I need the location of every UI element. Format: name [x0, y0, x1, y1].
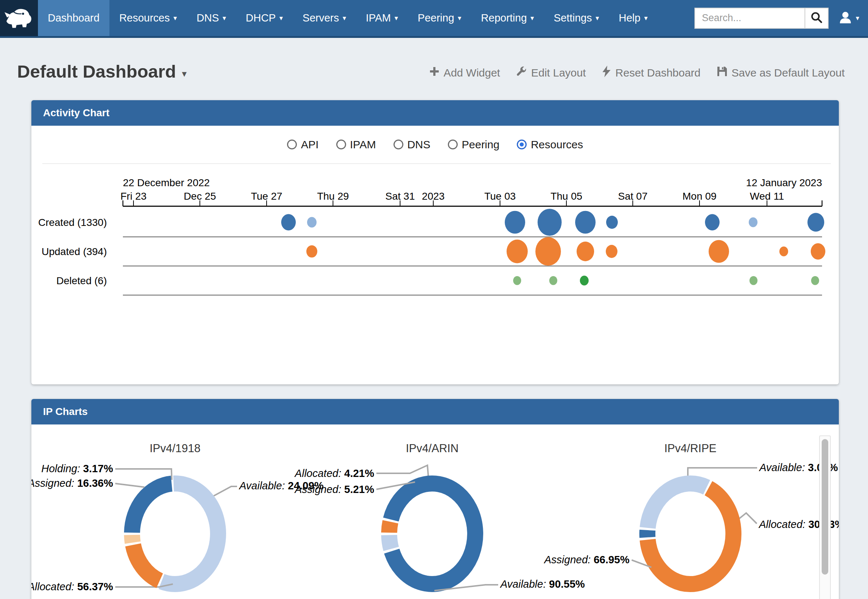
axis-tick-label: Wed 11: [750, 191, 784, 202]
page-title: Default Dashboard: [17, 61, 176, 81]
radio-circle-icon: [287, 140, 297, 149]
dashboard-toolbar: Add Widget Edit Layout Reset Dashboard S…: [429, 66, 845, 80]
save-default-layout-button[interactable]: Save as Default Layout: [717, 66, 845, 80]
donut-segment-allocated[interactable]: [162, 483, 218, 584]
search-button[interactable]: [805, 8, 828, 28]
activity-bubble[interactable]: [811, 276, 819, 285]
activity-bubble[interactable]: [535, 237, 561, 266]
axis-tick-label: Sat 07: [618, 191, 648, 202]
plus-icon: [429, 66, 439, 79]
dashboard-select-caret-icon[interactable]: ▾: [182, 64, 187, 80]
save-icon: [717, 66, 728, 80]
axis-tick-label: Dec 25: [184, 191, 216, 202]
activity-bubble[interactable]: [705, 214, 720, 231]
axis-tick-label: 2023: [422, 191, 445, 202]
nav-item-label: DNS: [196, 12, 219, 24]
activity-bubble[interactable]: [549, 276, 557, 285]
user-menu[interactable]: ▾: [838, 10, 859, 26]
nav-item-ipam[interactable]: IPAM ▾: [356, 0, 408, 36]
radio-api[interactable]: API: [287, 138, 319, 151]
reset-dashboard-button[interactable]: Reset Dashboard: [602, 66, 700, 80]
chevron-down-icon: ▾: [644, 14, 648, 22]
radio-circle-icon: [394, 140, 403, 149]
search-icon: [811, 11, 823, 25]
widget-scrollbar[interactable]: [819, 435, 831, 599]
donut-segment-available[interactable]: [132, 483, 172, 533]
toolbar-label: Save as Default Layout: [732, 67, 845, 79]
nav-item-label: Help: [619, 12, 640, 24]
activity-chart-header[interactable]: Activity Chart: [32, 100, 839, 126]
nav-item-dns[interactable]: DNS ▾: [187, 0, 236, 36]
nav-item-resources[interactable]: Resources ▾: [109, 0, 187, 36]
donut-segment-allocated[interactable]: [389, 522, 390, 533]
chevron-down-icon: ▾: [343, 14, 346, 22]
activity-bubble[interactable]: [779, 247, 788, 256]
activity-chart-body: API IPAM DNS Peering Resources 22 Decemb…: [32, 126, 839, 384]
activity-bubble[interactable]: [709, 240, 729, 263]
radio-ipam[interactable]: IPAM: [336, 138, 376, 151]
activity-bubble[interactable]: [580, 276, 589, 286]
chevron-down-icon: ▾: [222, 14, 226, 22]
nav-item-help[interactable]: Help ▾: [609, 0, 657, 36]
chevron-down-icon: ▾: [856, 14, 859, 22]
activity-filter-row: API IPAM DNS Peering Resources: [32, 126, 839, 163]
nav-item-peering[interactable]: Peering ▾: [408, 0, 471, 36]
donut-segment-holding[interactable]: [132, 535, 133, 543]
nav-item-dashboard[interactable]: Dashboard: [38, 0, 109, 36]
edit-layout-button[interactable]: Edit Layout: [516, 66, 586, 80]
activity-bubble[interactable]: [811, 243, 825, 260]
activity-bubble[interactable]: [749, 276, 758, 285]
activity-bubble[interactable]: [307, 217, 317, 227]
activity-bubble[interactable]: [606, 245, 617, 258]
radio-resources[interactable]: Resources: [517, 138, 583, 151]
donut-segment-assigned[interactable]: [133, 545, 160, 581]
search-input[interactable]: [695, 8, 805, 28]
app-logo[interactable]: [0, 0, 38, 36]
nav-item-settings[interactable]: Settings ▾: [544, 0, 609, 36]
top-nav: Dashboard Resources ▾ DNS ▾ DHCP ▾ Serve…: [0, 0, 868, 38]
donut-label-assigned: Assigned: 5.21%: [294, 483, 374, 495]
activity-bubble[interactable]: [575, 211, 596, 234]
activity-bubble[interactable]: [808, 213, 824, 232]
donut-label-assigned: Assigned: 66.95%: [543, 554, 629, 566]
axis-tick-label: Fri 23: [120, 191, 146, 202]
ip-charts-header[interactable]: IP Charts: [32, 399, 839, 424]
activity-bubble[interactable]: [281, 214, 296, 231]
chevron-down-icon: ▾: [531, 14, 534, 22]
activity-bubble[interactable]: [513, 276, 521, 285]
donut-label-assigned: Assigned: 16.36%: [32, 477, 113, 489]
activity-bubble[interactable]: [306, 245, 317, 257]
rhino-logo-icon: [3, 2, 35, 35]
nav-item-reporting[interactable]: Reporting ▾: [471, 0, 544, 36]
activity-bubble[interactable]: [606, 216, 618, 229]
donut-title: IPv4/1918: [149, 442, 201, 455]
activity-bubble[interactable]: [505, 211, 525, 234]
radio-peering[interactable]: Peering: [448, 138, 499, 151]
radio-label: API: [301, 138, 319, 151]
activity-bubble[interactable]: [537, 209, 562, 236]
activity-bubble[interactable]: [749, 218, 758, 227]
donut-segment-assigned[interactable]: [389, 535, 391, 549]
activity-bubble[interactable]: [507, 240, 528, 263]
nav-item-dhcp[interactable]: DHCP ▾: [236, 0, 293, 36]
axis-tick-label: Thu 05: [550, 191, 582, 202]
nav-item-label: DHCP: [246, 12, 276, 24]
nav-item-servers[interactable]: Servers ▾: [293, 0, 356, 36]
add-widget-button[interactable]: Add Widget: [429, 66, 500, 80]
activity-chart-widget: Activity Chart API IPAM DNS Peering Reso…: [32, 100, 839, 384]
radio-label: Peering: [462, 138, 499, 151]
toolbar-label: Reset Dashboard: [615, 67, 700, 79]
timeline-start-label: 22 December 2022: [123, 177, 210, 188]
axis-tick-label: Sat 31: [385, 191, 415, 202]
scrollbar-thumb[interactable]: [822, 439, 828, 575]
radio-circle-icon: [336, 140, 346, 149]
chevron-down-icon: ▾: [279, 14, 283, 22]
user-icon: [838, 10, 853, 26]
donut-segment-allocated[interactable]: [648, 483, 707, 528]
donut-segment-available[interactable]: [391, 483, 475, 584]
radio-dns[interactable]: DNS: [394, 138, 430, 151]
activity-bubble[interactable]: [577, 242, 594, 261]
ip-donut-charts: IPv4/1918Available: 24.09%Allocated: 56.…: [32, 424, 839, 599]
axis-tick-label: Mon 09: [682, 191, 716, 202]
radio-label: DNS: [408, 138, 430, 151]
